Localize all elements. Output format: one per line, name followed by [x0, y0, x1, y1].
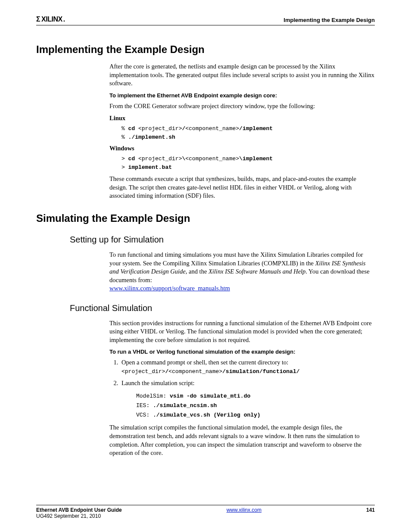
setup-text-2: , and the — [186, 268, 209, 275]
step-2-text: Launch the simulation script: — [121, 380, 195, 386]
logo: Σ XILINX . — [36, 16, 65, 23]
footer-page-number: 141 — [366, 507, 375, 513]
footer-center: www.xilinx.com — [122, 507, 366, 513]
list-item: Launch the simulation script: — [120, 379, 375, 388]
logo-text: XILINX — [41, 16, 62, 23]
setup-italic-2: Xilinx ISE Software Manuals and Help — [209, 268, 305, 275]
intro-paragraph: After the core is generated, the netlist… — [109, 62, 375, 88]
page-content: Implementing the Example Design After th… — [36, 25, 375, 457]
subheading-setup: Setting up for Simulation — [70, 235, 375, 245]
step-1-text: Open a command prompt or shell, then set… — [121, 359, 288, 366]
procedure-title: To implement the Ethernet AVB Endpoint e… — [109, 92, 375, 99]
footer-url-link[interactable]: www.xilinx.com — [227, 507, 262, 513]
procedure-list: Open a command prompt or shell, then set… — [109, 358, 375, 387]
heading-implementing: Implementing the Example Design — [36, 44, 375, 56]
procedure-instruction: From the CORE Generator software project… — [109, 102, 375, 111]
page-header: Σ XILINX . Implementing the Example Desi… — [36, 16, 375, 25]
sim-explanation: The simulation script compiles the funct… — [109, 423, 375, 457]
footer-doc-title: Ethernet AVB Endpoint User Guide — [36, 507, 122, 513]
logo-dot: . — [63, 16, 65, 23]
footer-left: Ethernet AVB Endpoint User Guide UG492 S… — [36, 507, 122, 519]
manuals-link[interactable]: www.xilinx.com/support/software_manuals.… — [109, 285, 230, 292]
linux-label: Linux — [109, 115, 375, 122]
page-footer: Ethernet AVB Endpoint User Guide UG492 S… — [36, 505, 375, 519]
procedure-title-2: To run a VHDL or Verilog functional simu… — [109, 348, 375, 355]
logo-icon: Σ — [36, 16, 40, 23]
functional-paragraph: This section provides instructions for r… — [109, 319, 375, 345]
step-1-code: <project_dir>/<component_name>/simulatio… — [121, 368, 375, 376]
setup-paragraph: To run functional and timing simulations… — [109, 251, 375, 293]
subheading-functional: Functional Simulation — [70, 303, 375, 313]
header-section-title: Implementing the Example Design — [283, 17, 375, 23]
list-item: Open a command prompt or shell, then set… — [120, 358, 375, 375]
windows-label: Windows — [109, 145, 375, 152]
heading-simulating: Simulating the Example Design — [36, 212, 375, 224]
linux-code-block: % cd <project_dir>/<component_name>/impl… — [121, 124, 375, 141]
windows-code-block: > cd <project_dir>\<component_name>\impl… — [121, 155, 375, 171]
sim-code-block: ModelSim: vsim -do simulate_mti.do IES: … — [136, 392, 375, 420]
explanation-paragraph: These commands execute a script that syn… — [109, 175, 375, 200]
footer-doc-sub: UG492 September 21, 2010 — [36, 513, 122, 519]
